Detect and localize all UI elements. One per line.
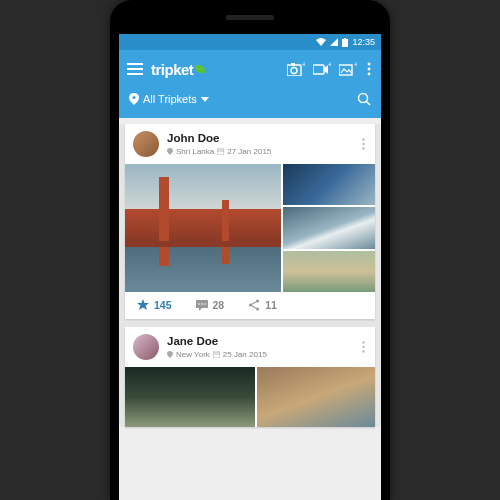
card-header: John Doe Shri Lanka 27 Jan 2015 bbox=[125, 124, 375, 164]
svg-point-35 bbox=[362, 341, 364, 343]
wifi-icon bbox=[316, 38, 326, 46]
post-date: 27 Jan 2015 bbox=[227, 147, 271, 156]
filter-dropdown[interactable]: All Tripkets bbox=[129, 93, 209, 105]
svg-rect-5 bbox=[287, 65, 301, 76]
photo-content bbox=[125, 241, 281, 247]
svg-text:+: + bbox=[354, 62, 357, 68]
svg-rect-9 bbox=[313, 65, 324, 74]
svg-point-37 bbox=[362, 350, 364, 352]
comment-button[interactable]: 28 bbox=[196, 299, 225, 311]
svg-point-25 bbox=[198, 303, 200, 305]
card-overflow-icon[interactable] bbox=[360, 138, 367, 150]
card-overflow-icon[interactable] bbox=[360, 341, 367, 353]
signal-icon bbox=[330, 38, 338, 46]
photo-content bbox=[222, 200, 229, 264]
post-location: Shri Lanka bbox=[176, 147, 214, 156]
location-pin-icon bbox=[129, 93, 139, 105]
app-bar: tripket + + + bbox=[119, 50, 381, 118]
post-date: 25 Jan 2015 bbox=[223, 350, 267, 359]
svg-point-16 bbox=[132, 96, 135, 99]
svg-rect-2 bbox=[127, 63, 143, 65]
thumbnail-photo[interactable] bbox=[283, 207, 375, 248]
svg-rect-0 bbox=[342, 39, 348, 47]
thumbnail-photo[interactable] bbox=[283, 164, 375, 205]
svg-rect-4 bbox=[127, 73, 143, 75]
feed-card: Jane Doe New York 25 Jan 2015 bbox=[125, 327, 375, 427]
like-count: 145 bbox=[154, 299, 172, 311]
star-icon bbox=[137, 299, 149, 311]
filter-label: All Tripkets bbox=[143, 93, 197, 105]
svg-point-23 bbox=[362, 147, 364, 149]
avatar[interactable] bbox=[133, 334, 159, 360]
svg-line-32 bbox=[252, 306, 256, 309]
status-time: 12:35 bbox=[352, 37, 375, 47]
phone-frame: 12:35 tripket + + bbox=[110, 0, 390, 500]
card-header: Jane Doe New York 25 Jan 2015 bbox=[125, 327, 375, 367]
chevron-down-icon bbox=[201, 97, 209, 102]
add-photo-icon[interactable]: + bbox=[287, 62, 305, 76]
svg-line-31 bbox=[252, 302, 256, 305]
svg-rect-1 bbox=[344, 38, 346, 39]
share-count: 11 bbox=[265, 299, 277, 311]
comment-icon bbox=[196, 300, 208, 311]
svg-point-17 bbox=[359, 94, 368, 103]
svg-rect-3 bbox=[127, 68, 143, 70]
thumbnail-photo[interactable] bbox=[257, 367, 375, 427]
brand-text: tripket bbox=[151, 61, 193, 78]
location-pin-icon bbox=[167, 148, 173, 155]
svg-point-27 bbox=[204, 303, 206, 305]
thumbnail-photo[interactable] bbox=[283, 251, 375, 292]
share-button[interactable]: 11 bbox=[248, 299, 277, 311]
app-brand: tripket bbox=[151, 61, 205, 78]
svg-point-13 bbox=[368, 63, 371, 66]
svg-point-22 bbox=[362, 143, 364, 145]
overflow-menu-icon[interactable] bbox=[365, 62, 373, 76]
comment-count: 28 bbox=[213, 299, 225, 311]
feed: John Doe Shri Lanka 27 Jan 2015 bbox=[119, 124, 381, 427]
svg-rect-19 bbox=[217, 149, 224, 155]
battery-icon bbox=[342, 38, 348, 47]
svg-point-26 bbox=[201, 303, 203, 305]
status-bar: 12:35 bbox=[119, 34, 381, 50]
avatar[interactable] bbox=[133, 131, 159, 157]
location-pin-icon bbox=[167, 351, 173, 358]
svg-point-21 bbox=[362, 138, 364, 140]
author-name[interactable]: Jane Doe bbox=[167, 335, 352, 349]
svg-point-6 bbox=[291, 68, 297, 74]
share-icon bbox=[248, 299, 260, 311]
svg-point-36 bbox=[362, 346, 364, 348]
phone-speaker bbox=[226, 15, 274, 20]
post-location: New York bbox=[176, 350, 210, 359]
search-icon[interactable] bbox=[357, 92, 371, 106]
author-name[interactable]: John Doe bbox=[167, 132, 352, 146]
card-actions: 145 28 11 bbox=[125, 292, 375, 319]
brand-leaf-icon bbox=[195, 65, 205, 73]
app-screen: 12:35 tripket + + bbox=[119, 34, 381, 500]
calendar-icon bbox=[213, 351, 220, 358]
main-photo[interactable] bbox=[125, 164, 281, 292]
svg-line-18 bbox=[367, 102, 371, 106]
svg-point-15 bbox=[368, 73, 371, 76]
photo-gallery bbox=[125, 164, 375, 292]
svg-rect-33 bbox=[213, 352, 220, 358]
like-button[interactable]: 145 bbox=[137, 299, 172, 311]
menu-icon[interactable] bbox=[127, 63, 143, 75]
feed-card: John Doe Shri Lanka 27 Jan 2015 bbox=[125, 124, 375, 319]
photo-content bbox=[159, 177, 169, 267]
thumbnail-photo[interactable] bbox=[125, 367, 255, 427]
calendar-icon bbox=[217, 148, 224, 155]
svg-text:+: + bbox=[302, 62, 305, 68]
svg-point-14 bbox=[368, 68, 371, 71]
add-image-icon[interactable]: + bbox=[339, 62, 357, 76]
svg-rect-7 bbox=[291, 63, 295, 66]
svg-text:+: + bbox=[328, 62, 331, 68]
photo-gallery bbox=[125, 367, 375, 427]
add-video-icon[interactable]: + bbox=[313, 62, 331, 76]
